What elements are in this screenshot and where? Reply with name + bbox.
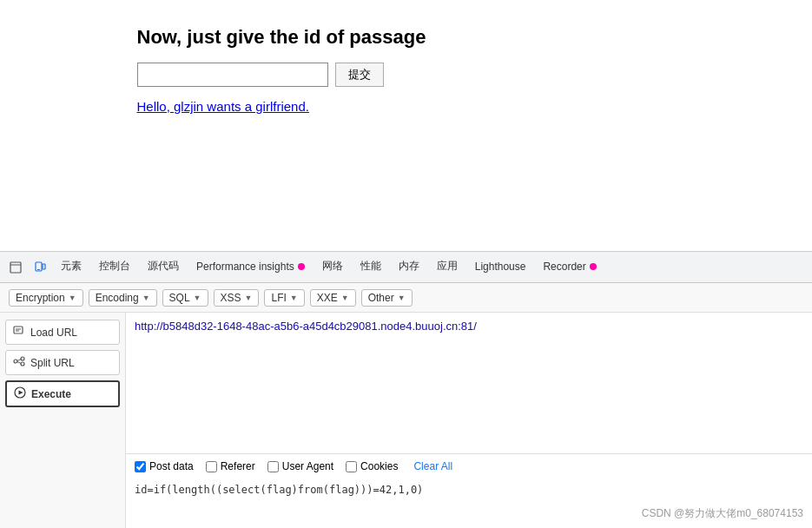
svg-rect-5 [14, 327, 23, 333]
postdata-checkbox-label[interactable]: Post data [135, 460, 194, 472]
encoding-arrow-icon: ▼ [142, 294, 150, 302]
sql-arrow-icon: ▼ [194, 294, 201, 302]
clear-all-link[interactable]: Clear All [413, 460, 452, 472]
split-url-button[interactable]: Split URL [5, 350, 120, 375]
tab-elements[interactable]: 元素 [52, 252, 90, 283]
sql-dropdown[interactable]: SQL ▼ [162, 289, 208, 307]
execute-icon [14, 386, 26, 401]
encoding-dropdown[interactable]: Encoding ▼ [89, 289, 157, 307]
performance-insights-badge [298, 263, 305, 270]
page-main-content: Now, just give the id of passage 提交 Hell… [120, 17, 693, 122]
svg-marker-14 [19, 391, 23, 395]
hackbar-main: Load URL Split URL Execute [0, 313, 812, 528]
encryption-dropdown[interactable]: Encryption ▼ [9, 289, 83, 307]
load-url-button[interactable]: Load URL [5, 320, 120, 345]
svg-rect-0 [10, 262, 21, 273]
xxe-arrow-icon: ▼ [341, 294, 349, 302]
split-url-icon [13, 355, 25, 370]
lfi-dropdown[interactable]: LFI ▼ [264, 289, 304, 307]
svg-point-10 [21, 362, 24, 366]
hackbar-content: http://b5848d32-1648-48ac-a5b6-a45d4cb29… [126, 313, 812, 528]
tab-lighthouse[interactable]: Lighthouse [466, 252, 535, 283]
cookies-checkbox-label[interactable]: Cookies [346, 460, 398, 472]
browser-content-area: Now, just give the id of passage 提交 Hell… [0, 0, 812, 252]
tab-sources[interactable]: 源代码 [139, 252, 188, 283]
tab-memory[interactable]: 内存 [390, 252, 428, 283]
devtools-icon-device[interactable] [28, 252, 52, 283]
tab-application[interactable]: 应用 [428, 252, 466, 283]
tab-console[interactable]: 控制台 [90, 252, 139, 283]
page-title: Now, just give the id of passage [137, 26, 676, 49]
svg-point-8 [14, 360, 17, 363]
postdata-checkbox[interactable] [135, 461, 146, 472]
url-display-area: http://b5848d32-1648-48ac-a5b6-a45d4cb29… [126, 313, 812, 453]
encryption-arrow-icon: ▼ [69, 294, 76, 302]
page-body-text: Hello, glzjin wants a girlfriend. [137, 99, 676, 114]
recorder-badge [590, 263, 597, 270]
referer-checkbox-label[interactable]: Referer [206, 460, 255, 472]
tab-network[interactable]: 网络 [314, 252, 352, 283]
postdata-textarea[interactable] [126, 478, 812, 525]
hackbar-sidebar: Load URL Split URL Execute [0, 313, 126, 528]
hackbar-toolbar: Encryption ▼ Encoding ▼ SQL ▼ XSS ▼ LFI … [0, 283, 812, 313]
load-url-icon [13, 325, 25, 340]
useragent-checkbox-label[interactable]: User Agent [267, 460, 333, 472]
id-input[interactable] [137, 63, 328, 87]
svg-line-12 [17, 362, 21, 364]
other-dropdown[interactable]: Other ▼ [361, 289, 413, 307]
tab-recorder[interactable]: Recorder [534, 252, 604, 283]
devtools-tabbar: 元素 控制台 源代码 Performance insights 网络 性能 内存… [0, 252, 812, 283]
other-arrow-icon: ▼ [398, 294, 406, 302]
lfi-arrow-icon: ▼ [290, 294, 298, 302]
cookies-checkbox[interactable] [346, 461, 357, 472]
url-text[interactable]: http://b5848d32-1648-48ac-a5b6-a45d4cb29… [135, 320, 477, 333]
postdata-row: CSDN @努力做大佬m0_68074153 [126, 478, 812, 528]
referer-checkbox[interactable] [206, 461, 217, 472]
tab-performance[interactable]: 性能 [352, 252, 390, 283]
xss-dropdown[interactable]: XSS ▼ [214, 289, 260, 307]
checkbox-row: Post data Referer User Agent Cookies Cle… [126, 453, 812, 478]
page-form: 提交 [137, 63, 676, 87]
submit-button[interactable]: 提交 [335, 63, 384, 87]
svg-point-9 [21, 357, 24, 360]
devtools-icon-inspect[interactable] [3, 252, 28, 283]
tab-performance-insights[interactable]: Performance insights [188, 252, 314, 283]
svg-line-11 [17, 360, 21, 361]
execute-button[interactable]: Execute [5, 380, 120, 407]
svg-rect-3 [43, 264, 45, 269]
xss-arrow-icon: ▼ [245, 294, 253, 302]
useragent-checkbox[interactable] [267, 461, 279, 472]
xxe-dropdown[interactable]: XXE ▼ [310, 289, 356, 307]
